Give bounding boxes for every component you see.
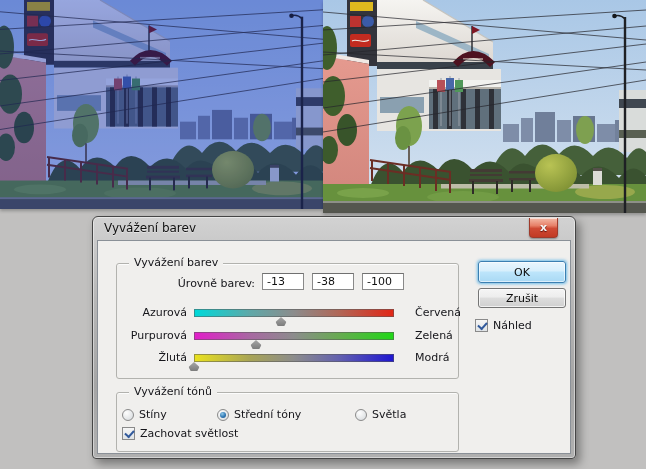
preserve-luminosity-option[interactable]: Zachovat světlost (122, 427, 238, 440)
ok-button[interactable]: OK (478, 261, 566, 283)
color-balance-group-title: Vyvážení barev (129, 256, 223, 269)
radio-midtones[interactable]: Střední tóny (217, 408, 301, 421)
color-balance-dialog: Vyvážení barev x Vyvážení barev Úrovně b… (92, 216, 576, 459)
slider-track-cyan-red[interactable] (194, 309, 394, 317)
scene-illustration (323, 0, 646, 213)
slider-track-yellow-blue[interactable] (194, 354, 394, 362)
slider-label-magenta: Purpurová (117, 329, 187, 342)
dialog-client-area: Vyvážení barev Úrovně barev: Azurová Čer… (97, 240, 571, 454)
radio-midtones-label: Střední tóny (234, 408, 301, 421)
slider-label-cyan: Azurová (117, 306, 187, 319)
slider-label-yellow: Žlutá (117, 351, 187, 364)
cancel-button-label: Zrušit (506, 292, 538, 305)
level-input-yellow-blue[interactable] (362, 273, 404, 290)
radio-highlights[interactable]: Světla (355, 408, 406, 421)
slider-thumb-magenta-green[interactable] (251, 340, 262, 349)
close-button[interactable]: x (529, 218, 558, 238)
level-input-magenta-green[interactable] (312, 273, 354, 290)
photo-original-blue-cast (0, 0, 323, 209)
close-icon: x (540, 222, 547, 233)
slider-row-magenta-green: Purpurová Zelená (117, 328, 458, 348)
preview-option[interactable]: Náhled (475, 319, 532, 332)
tone-balance-group-title: Vyvážení tónů (129, 385, 217, 398)
slider-track-magenta-green[interactable] (194, 332, 394, 340)
radio-shadows[interactable]: Stíny (122, 408, 167, 421)
dialog-titlebar[interactable]: Vyvážení barev x (93, 217, 575, 240)
radio-highlights-label: Světla (372, 408, 406, 421)
color-balance-group: Vyvážení barev Úrovně barev: Azurová Čer… (116, 263, 459, 379)
slider-label-blue: Modrá (415, 351, 449, 364)
slider-thumb-yellow-blue[interactable] (189, 362, 200, 371)
tone-balance-group: Vyvážení tónů Stíny Střední tóny Světla … (116, 392, 459, 452)
radio-shadows-label: Stíny (139, 408, 167, 421)
preserve-luminosity-checkbox[interactable] (122, 427, 135, 440)
slider-label-green: Zelená (415, 329, 453, 342)
ok-button-label: OK (514, 266, 530, 279)
screenshot-root: { "window": { "title": "Vyvážení barev",… (0, 0, 646, 469)
slider-row-cyan-red: Azurová Červená (117, 305, 458, 325)
color-levels-label: Úrovně barev: (117, 277, 255, 290)
slider-row-yellow-blue: Žlutá Modrá (117, 350, 458, 370)
radio-highlights-icon[interactable] (355, 409, 367, 421)
scene-illustration (0, 0, 323, 209)
slider-label-red: Červená (415, 306, 461, 319)
preview-checkbox[interactable] (475, 319, 488, 332)
level-input-cyan-red[interactable] (262, 273, 304, 290)
preview-label: Náhled (493, 319, 532, 332)
radio-midtones-icon[interactable] (217, 409, 229, 421)
slider-thumb-cyan-red[interactable] (276, 317, 287, 326)
photo-preview-corrected (323, 0, 646, 213)
cancel-button[interactable]: Zrušit (478, 288, 566, 308)
dialog-title: Vyvážení barev (104, 221, 196, 235)
radio-shadows-icon[interactable] (122, 409, 134, 421)
preserve-luminosity-label: Zachovat světlost (140, 427, 238, 440)
